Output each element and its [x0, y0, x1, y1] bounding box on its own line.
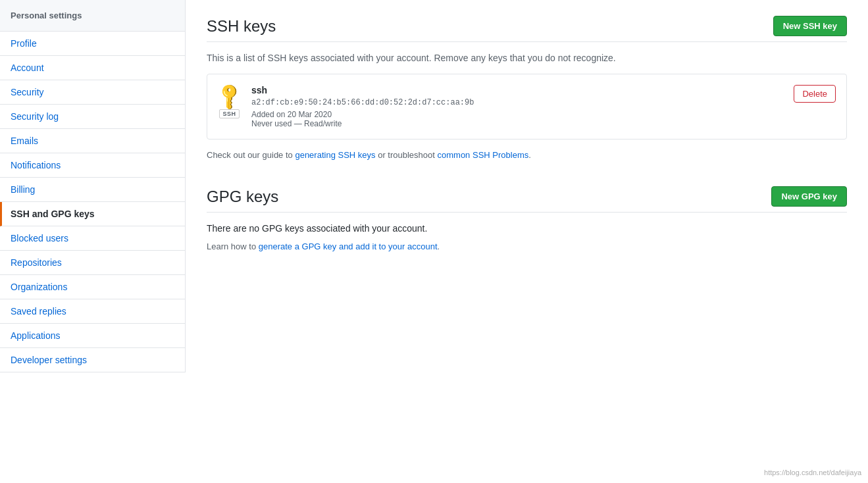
- new-ssh-key-button[interactable]: New SSH key: [773, 16, 847, 36]
- sidebar-item-organizations[interactable]: Organizations: [0, 275, 185, 299]
- sidebar-item-security[interactable]: Security: [0, 80, 185, 105]
- ssh-help-text: Check out our guide to generating SSH ke…: [207, 150, 847, 160]
- ssh-problems-link[interactable]: common SSH Problems: [438, 150, 529, 160]
- sidebar-item-ssh-gpg-keys[interactable]: SSH and GPG keys: [0, 202, 185, 226]
- ssh-help-middle: or troubleshoot: [376, 150, 438, 160]
- gpg-section-header: GPG keys New GPG key: [207, 186, 847, 207]
- sidebar-item-security-log[interactable]: Security log: [0, 105, 185, 129]
- sidebar-item-notifications[interactable]: Notifications: [0, 153, 185, 178]
- ssh-section-header: SSH keys New SSH key: [207, 16, 847, 36]
- ssh-info-text: This is a list of SSH keys associated wi…: [207, 53, 847, 63]
- gpg-divider: [207, 212, 847, 213]
- gpg-keys-section: GPG keys New GPG key There are no GPG ke…: [207, 186, 847, 251]
- key-usage: Never used — Read/write: [251, 119, 783, 128]
- key-fingerprint: a2:df:cb:e9:50:24:b5:66:dd:d0:52:2d:d7:c…: [251, 98, 783, 107]
- gpg-learn-suffix: .: [438, 242, 440, 251]
- ssh-help-suffix: .: [528, 150, 531, 160]
- sidebar-item-saved-replies[interactable]: Saved replies: [0, 299, 185, 324]
- sidebar: Personal settings ProfileAccountSecurity…: [0, 0, 186, 483]
- sidebar-item-billing[interactable]: Billing: [0, 178, 185, 202]
- ssh-keys-section: SSH keys New SSH key This is a list of S…: [207, 16, 847, 160]
- ssh-key-card: 🔑 SSH ssh a2:df:cb:e9:50:24:b5:66:dd:d0:…: [207, 74, 847, 140]
- key-icon: 🔑: [213, 80, 245, 111]
- gpg-learn-link[interactable]: generate a GPG key and add it to your ac…: [259, 242, 438, 251]
- sidebar-item-account[interactable]: Account: [0, 56, 185, 80]
- key-name: ssh: [251, 85, 783, 95]
- key-icon-wrap: 🔑 SSH: [218, 85, 241, 118]
- watermark: https://blog.csdn.net/dafeijiaya: [764, 469, 861, 476]
- gpg-learn-text: Learn how to generate a GPG key and add …: [207, 242, 847, 251]
- delete-ssh-key-button[interactable]: Delete: [794, 85, 836, 103]
- sidebar-item-emails[interactable]: Emails: [0, 129, 185, 153]
- gpg-section-title: GPG keys: [207, 188, 278, 206]
- key-details: ssh a2:df:cb:e9:50:24:b5:66:dd:d0:52:2d:…: [251, 85, 783, 128]
- key-added: Added on 20 Mar 2020: [251, 110, 783, 119]
- ssh-section-title: SSH keys: [207, 17, 276, 36]
- sidebar-item-applications[interactable]: Applications: [0, 324, 185, 348]
- sidebar-item-profile[interactable]: Profile: [0, 32, 185, 56]
- sidebar-header: Personal settings: [0, 0, 185, 32]
- sidebar-item-repositories[interactable]: Repositories: [0, 251, 185, 275]
- ssh-guide-link[interactable]: generating SSH keys: [295, 150, 375, 160]
- new-gpg-key-button[interactable]: New GPG key: [771, 186, 847, 207]
- gpg-empty-text: There are no GPG keys associated with yo…: [207, 223, 847, 234]
- developer-settings-link[interactable]: Developer settings: [0, 348, 185, 372]
- gpg-learn-prefix: Learn how to: [207, 242, 259, 251]
- ssh-divider: [207, 41, 847, 42]
- main-content: SSH keys New SSH key This is a list of S…: [186, 0, 868, 483]
- sidebar-item-blocked-users[interactable]: Blocked users: [0, 226, 185, 251]
- ssh-help-prefix: Check out our guide to: [207, 150, 295, 160]
